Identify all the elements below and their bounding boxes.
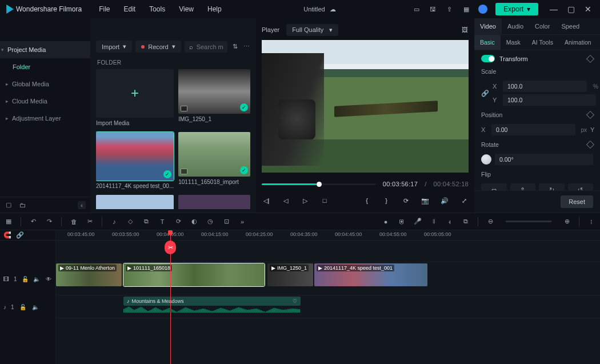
import-button[interactable]: Import▾ <box>96 41 132 53</box>
minimize-button[interactable]: — <box>546 2 561 17</box>
media-card[interactable]: ✓ 101111_165018_import <box>178 132 250 189</box>
audio-clip[interactable]: ♪Mountains & Meadows ♡ <box>123 297 301 306</box>
media-card[interactable] <box>178 195 250 209</box>
upload-cloud-icon[interactable]: ⇪ <box>445 5 454 14</box>
transform-toggle[interactable] <box>481 55 495 62</box>
link-track-icon[interactable]: 🔗 <box>16 231 24 239</box>
inspector-tab-video[interactable]: Video <box>474 18 502 34</box>
more-icon[interactable]: ⋯ <box>242 43 250 51</box>
timeline-clip[interactable]: ▶20141117_4K speed test_001 <box>314 263 427 286</box>
subtab-animation[interactable]: Animation <box>559 35 597 50</box>
split-icon[interactable]: ✂ <box>86 218 94 226</box>
mute-icon[interactable]: 🔈 <box>31 303 39 311</box>
rotate-cw-button[interactable]: ↻ <box>539 183 565 190</box>
lock-icon[interactable]: 🔓 <box>22 275 29 283</box>
play-backward-button[interactable]: ◁ <box>281 196 290 205</box>
media-card[interactable]: ✓ IMG_1250_1 <box>178 69 250 126</box>
link-icon[interactable]: ⧉ <box>462 218 470 226</box>
snapshot-icon[interactable]: 🖼 <box>461 26 469 34</box>
mic-icon[interactable]: 🎤 <box>414 218 422 226</box>
scale-y-input[interactable] <box>503 94 596 106</box>
timeline-clip[interactable]: ▶IMG_1250_1 <box>267 263 313 286</box>
sidebar-item-cloud-media[interactable]: ▸Cloud Media <box>0 93 90 110</box>
keyframe-button[interactable] <box>586 141 594 149</box>
import-media-card[interactable]: + Import Media <box>96 69 174 126</box>
inspector-tab-speed[interactable]: Speed <box>555 18 585 34</box>
subtab-ai-tools[interactable]: AI Tools <box>526 35 559 50</box>
reset-button[interactable]: Reset <box>561 195 593 208</box>
sidebar-header-project-media[interactable]: ▾Project Media <box>0 41 90 58</box>
inspector-tab-audio[interactable]: Audio <box>502 18 529 34</box>
preview-viewport[interactable] <box>262 40 469 173</box>
device-icon[interactable]: ▭ <box>412 5 421 14</box>
render-preview-icon[interactable]: ⟳ <box>401 196 410 205</box>
timeline-clip[interactable]: ▶101111_165018 <box>123 263 265 286</box>
audio-track-lane[interactable]: ♪Mountains & Meadows ♡ <box>56 295 600 318</box>
lock-icon[interactable]: 🔓 <box>19 303 27 311</box>
color-icon[interactable]: ◐ <box>190 218 198 226</box>
timer-icon[interactable]: ◷ <box>206 218 214 226</box>
record-button[interactable]: Record▾ <box>135 41 181 53</box>
menu-view[interactable]: View <box>173 3 199 15</box>
undo-icon[interactable]: ↶ <box>29 218 37 226</box>
fullscreen-icon[interactable]: ⤢ <box>459 196 469 205</box>
detect-icon[interactable]: ⊡ <box>222 218 230 226</box>
timeline-clip[interactable]: ▶09-11 Menlo Atherton <box>56 263 122 286</box>
lock-aspect-icon[interactable]: 🔗 <box>481 90 489 97</box>
more-tools-icon[interactable]: » <box>238 218 246 226</box>
rotate-input[interactable] <box>495 154 593 165</box>
save-icon[interactable]: 🖫 <box>429 5 437 14</box>
text-icon[interactable]: T <box>158 218 166 226</box>
flip-vertical-button[interactable]: ⇕ <box>510 183 536 190</box>
rotate-knob[interactable] <box>481 154 491 165</box>
menu-tools[interactable]: Tools <box>143 3 171 15</box>
prev-frame-button[interactable]: ◁| <box>262 196 271 205</box>
volume-icon[interactable]: 🔊 <box>440 196 449 205</box>
music-icon[interactable]: ♪ <box>110 218 118 226</box>
mixer-icon[interactable]: ⫴ <box>430 218 438 226</box>
menu-help[interactable]: Help <box>202 3 227 15</box>
maximize-button[interactable]: ▢ <box>563 2 578 17</box>
magnet-icon[interactable]: 🧲 <box>3 231 11 239</box>
sidebar-item-adjustment-layer[interactable]: ▸Adjustment Layer <box>0 110 90 127</box>
mark-in-button[interactable]: { <box>362 196 371 205</box>
subtab-mask[interactable]: Mask <box>501 35 526 50</box>
collapse-sidebar-icon[interactable]: ‹ <box>78 201 86 209</box>
play-button[interactable]: ▷ <box>301 196 310 205</box>
crop-icon[interactable]: ⧉ <box>142 218 150 226</box>
video-track-header[interactable]: 🎞1 🔓 🔈 👁 <box>0 262 55 295</box>
search-field[interactable] <box>197 43 223 50</box>
zoom-out-icon[interactable]: ⊖ <box>486 218 494 226</box>
scale-x-input[interactable] <box>503 81 587 92</box>
menu-file[interactable]: File <box>93 3 115 15</box>
quality-select[interactable]: Full Quality▾ <box>286 24 338 36</box>
close-button[interactable]: ✕ <box>581 2 595 17</box>
marker-record-icon[interactable]: ● <box>382 218 390 226</box>
mute-icon[interactable]: 🔈 <box>33 275 40 283</box>
delete-icon[interactable]: 🗑 <box>70 218 78 226</box>
camera-icon[interactable]: 📷 <box>421 196 430 205</box>
eye-icon[interactable]: 👁 <box>45 275 52 283</box>
keyframe-button[interactable] <box>586 54 594 62</box>
folder-icon[interactable]: 🗀 <box>18 201 26 209</box>
audio-track-header[interactable]: ♪1 🔓 🔈 <box>0 295 55 318</box>
rotate-ccw-button[interactable]: ↺ <box>568 183 594 190</box>
subtab-basic[interactable]: Basic <box>474 35 501 50</box>
sidebar-item-global-media[interactable]: ▸Global Media <box>0 75 90 93</box>
inspector-tab-color[interactable]: Color <box>529 18 555 34</box>
export-button[interactable]: Export▾ <box>495 3 538 15</box>
timeline-ruler[interactable]: 00:03:45:00 00:03:55:00 00:04:05:00 00:0… <box>56 230 600 241</box>
timeline-view-icon[interactable]: ⫶ <box>587 218 595 226</box>
tag-icon[interactable]: ◇ <box>126 218 134 226</box>
flip-horizontal-button[interactable]: ⇔ <box>481 183 507 190</box>
playhead-cut-handle[interactable] <box>165 241 176 254</box>
filter-icon[interactable]: ⇅ <box>231 43 239 51</box>
video-track-lane[interactable]: ▶09-11 Menlo Atherton ▶101111_165018 ▶IM… <box>56 262 600 295</box>
position-x-input[interactable] <box>491 124 575 135</box>
shield-icon[interactable]: ⛨ <box>398 218 406 226</box>
snap-icon[interactable]: ⫞ <box>446 218 454 226</box>
redo-icon[interactable]: ↷ <box>45 218 53 226</box>
avatar[interactable] <box>478 5 487 14</box>
stop-button[interactable]: □ <box>320 196 329 205</box>
speed-icon[interactable]: ⟳ <box>174 218 182 226</box>
